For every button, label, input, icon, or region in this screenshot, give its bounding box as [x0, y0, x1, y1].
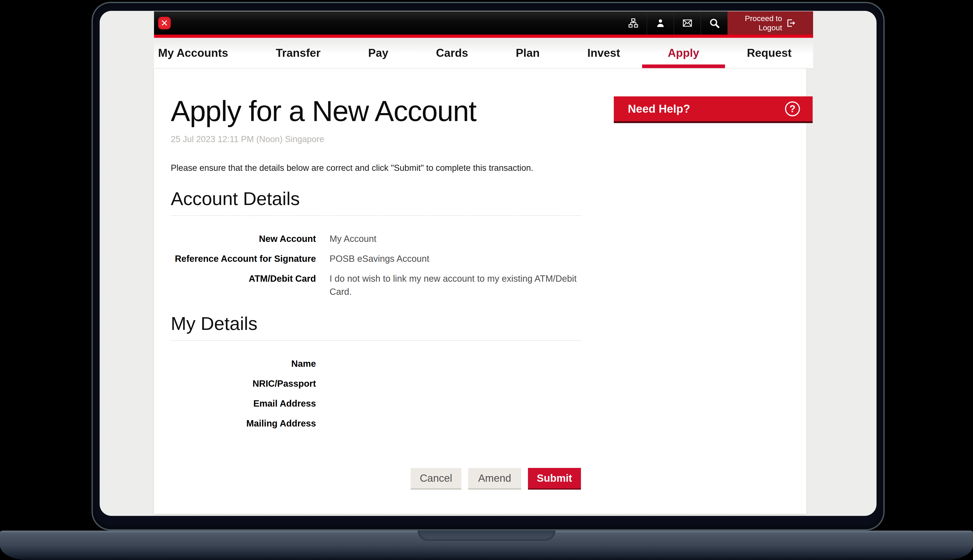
- logout-icon: [785, 18, 796, 28]
- row-value: I do not wish to link my new account to …: [329, 272, 581, 298]
- topbar-actions: Proceed to Logout: [620, 11, 813, 35]
- search-icon[interactable]: [700, 11, 727, 35]
- row-label: Name: [171, 357, 316, 370]
- section-divider: [171, 215, 581, 216]
- action-buttons: Cancel Amend Submit: [171, 468, 581, 490]
- my-details-table: Name NRIC/Passport Email Address: [171, 357, 581, 430]
- table-row: Mailing Address: [171, 417, 581, 430]
- table-row: NRIC/Passport: [171, 377, 581, 390]
- row-value: POSB eSavings Account: [329, 252, 581, 265]
- content-card: Apply for a New Account 25 Jul 2023 12:1…: [154, 68, 806, 514]
- instruction-text: Please ensure that the details below are…: [171, 162, 581, 173]
- row-label: NRIC/Passport: [171, 377, 316, 390]
- main-nav: My Accounts Transfer Pay Cards Plan Inve…: [154, 38, 813, 68]
- table-row: ATM/Debit Card I do not wish to link my …: [171, 272, 581, 298]
- laptop-screen: ✕: [100, 11, 876, 516]
- brand-stripe: [154, 35, 813, 38]
- account-details-table: New Account My Account Reference Account…: [171, 232, 581, 298]
- row-value: My Account: [329, 232, 581, 245]
- app-topbar: ✕: [154, 11, 813, 35]
- need-help-label: Need Help?: [628, 102, 690, 115]
- table-row: Name: [171, 357, 581, 370]
- page-title: Apply for a New Account: [171, 97, 581, 126]
- nav-tab-pay[interactable]: Pay: [368, 38, 388, 68]
- nav-tab-plan[interactable]: Plan: [516, 38, 540, 68]
- need-help-banner[interactable]: Need Help? ?: [614, 97, 813, 123]
- amend-button[interactable]: Amend: [468, 468, 521, 490]
- sitemap-icon[interactable]: [620, 11, 647, 35]
- help-circle-icon: ?: [785, 102, 800, 116]
- section-divider: [171, 340, 581, 341]
- nav-tab-request[interactable]: Request: [747, 38, 792, 68]
- nav-tab-apply[interactable]: Apply: [668, 38, 699, 68]
- dbs-logo[interactable]: ✕: [158, 17, 171, 29]
- nav-tab-cards[interactable]: Cards: [436, 38, 468, 68]
- nav-tab-invest[interactable]: Invest: [587, 38, 620, 68]
- table-row: Email Address: [171, 397, 581, 410]
- nav-tab-transfer[interactable]: Transfer: [276, 38, 321, 68]
- row-value: [329, 357, 581, 370]
- timestamp: 25 Jul 2023 12:11 PM (Noon) Singapore: [171, 134, 581, 144]
- row-value: [329, 397, 581, 410]
- table-row: New Account My Account: [171, 232, 581, 245]
- proceed-logout-button[interactable]: Proceed to Logout: [727, 11, 813, 35]
- table-row: Reference Account for Signature POSB eSa…: [171, 252, 581, 265]
- banking-site: ✕: [154, 11, 813, 516]
- proceed-logout-label: Proceed to Logout: [745, 14, 782, 32]
- nav-tab-my-accounts[interactable]: My Accounts: [158, 38, 228, 68]
- section-heading-account-details: Account Details: [171, 188, 581, 209]
- row-label: Email Address: [171, 397, 316, 410]
- laptop-lid: ✕: [92, 2, 885, 531]
- profile-icon[interactable]: [647, 11, 674, 35]
- submit-button[interactable]: Submit: [528, 468, 581, 490]
- laptop-base-notch: [418, 531, 555, 541]
- section-heading-my-details: My Details: [171, 313, 581, 334]
- mail-icon[interactable]: [674, 11, 700, 35]
- row-value: [329, 417, 581, 430]
- row-label: New Account: [171, 232, 316, 245]
- row-label: Mailing Address: [171, 417, 316, 430]
- logo-x-glyph: ✕: [160, 18, 168, 28]
- laptop-base: [0, 531, 973, 560]
- row-label: ATM/Debit Card: [171, 272, 316, 298]
- cancel-button[interactable]: Cancel: [411, 468, 461, 490]
- laptop-mockup: ✕: [0, 0, 973, 560]
- row-label: Reference Account for Signature: [171, 252, 316, 265]
- page-body: Apply for a New Account 25 Jul 2023 12:1…: [154, 68, 813, 516]
- row-value: [329, 377, 581, 390]
